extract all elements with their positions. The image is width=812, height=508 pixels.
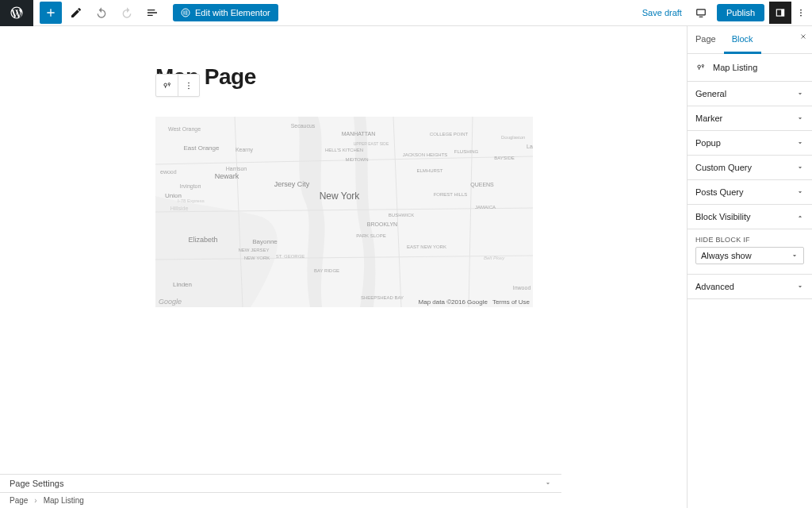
edit-with-elementor-button[interactable]: Edit with Elementor (173, 4, 278, 21)
panel-posts-query-label: Posts Query (695, 187, 744, 197)
kebab-icon (795, 7, 806, 18)
settings-sidebar-toggle[interactable] (769, 2, 791, 24)
svg-rect-2 (186, 11, 188, 12)
panel-advanced[interactable]: Advanced (688, 275, 812, 299)
map-attribution: Map data ©2016 Google Terms of Use (419, 298, 530, 306)
svg-rect-5 (697, 10, 706, 15)
svg-text:MIDTOWN: MIDTOWN (345, 157, 368, 162)
svg-text:Elizabeth: Elizabeth (188, 236, 217, 244)
panel-posts-query[interactable]: Posts Query (688, 180, 812, 205)
svg-rect-1 (184, 11, 185, 15)
breadcrumb-root[interactable]: Page (10, 496, 28, 505)
map-preview: New York MANHATTAN BROOKLYN QUEENS Jerse… (155, 117, 533, 307)
svg-text:New York: New York (320, 190, 361, 202)
svg-point-8 (800, 10, 802, 11)
elementor-button-label: Edit with Elementor (195, 8, 270, 17)
svg-text:Inwood: Inwood (513, 285, 531, 291)
svg-text:FOREST HILLS: FOREST HILLS (434, 192, 468, 197)
elementor-icon (181, 8, 190, 17)
page-settings-bar[interactable]: Page Settings (0, 474, 561, 492)
block-more-button[interactable] (178, 75, 199, 96)
svg-point-54 (168, 83, 170, 84)
svg-point-56 (188, 85, 190, 87)
panel-marker[interactable]: Marker (688, 106, 812, 131)
panel-custom-query[interactable]: Custom Query (688, 156, 812, 180)
kebab-icon (183, 80, 194, 91)
svg-text:Kearny: Kearny (236, 147, 254, 153)
svg-text:QUEENS: QUEENS (470, 182, 494, 188)
panel-marker-label: Marker (695, 114, 722, 123)
svg-point-10 (800, 15, 802, 17)
panel-block-visibility-label: Block Visibility (695, 212, 751, 221)
svg-text:East Orange: East Orange (184, 144, 220, 152)
svg-text:HELL'S KITCHEN: HELL'S KITCHEN (325, 148, 363, 152)
wordpress-logo-button[interactable] (0, 0, 33, 26)
svg-text:Irvington: Irvington (180, 183, 201, 190)
svg-text:Douglaston: Douglaston (501, 135, 525, 140)
chevron-down-icon (796, 139, 804, 147)
tab-page[interactable]: Page (688, 26, 724, 53)
breadcrumb-leaf[interactable]: Map Listing (44, 496, 84, 505)
svg-text:ELMHURST: ELMHURST (416, 168, 442, 173)
block-type-label: Map Listing (713, 63, 757, 72)
svg-text:COLLEGE POINT: COLLEGE POINT (430, 132, 469, 137)
map-listing-block[interactable]: New York MANHATTAN BROOKLYN QUEENS Jerse… (155, 117, 533, 307)
desktop-icon (695, 7, 707, 18)
publish-button[interactable]: Publish (717, 4, 764, 21)
svg-text:ST. GEORGE: ST. GEORGE (276, 254, 305, 259)
sidebar-icon (775, 7, 786, 18)
svg-rect-3 (186, 13, 188, 13)
preview-button[interactable] (690, 2, 712, 24)
close-icon (799, 33, 807, 40)
svg-text:BAYSIDE: BAYSIDE (494, 156, 515, 160)
editor-canvas-area: Map Page (0, 26, 687, 508)
panel-general[interactable]: General (688, 82, 812, 106)
chevron-down-icon (796, 164, 804, 171)
svg-text:EAST NEW YORK: EAST NEW YORK (407, 244, 446, 249)
svg-text:NEW JERSEY: NEW JERSEY (238, 248, 269, 252)
map-attr-data: Map data ©2016 Google (419, 298, 488, 306)
svg-text:Lak: Lak (527, 144, 533, 149)
undo-button[interactable] (90, 2, 113, 24)
svg-text:Secaucus: Secaucus (291, 123, 316, 129)
tab-block[interactable]: Block (724, 26, 761, 54)
add-block-button[interactable] (40, 2, 62, 24)
svg-text:BROOKLYN: BROOKLYN (367, 221, 397, 227)
more-options-button[interactable] (793, 2, 809, 24)
map-listing-icon (695, 62, 707, 73)
hide-block-if-select[interactable]: Always show (695, 247, 804, 264)
editor-topbar: Edit with Elementor Save draft Publish (0, 0, 812, 26)
chevron-down-icon (791, 252, 799, 260)
page-title[interactable]: Map Page (155, 64, 533, 90)
svg-point-57 (188, 87, 190, 89)
panel-general-label: General (695, 89, 726, 98)
chevron-down-icon (544, 479, 552, 487)
chevron-up-icon (796, 213, 804, 221)
svg-point-55 (188, 82, 190, 83)
document-overview-button[interactable] (141, 2, 163, 24)
svg-rect-7 (781, 10, 784, 16)
chevron-down-icon (796, 283, 804, 291)
chevron-down-icon (796, 90, 804, 98)
svg-text:PARK SLOPE: PARK SLOPE (356, 233, 386, 238)
svg-text:Harrison: Harrison (226, 166, 247, 171)
svg-text:NEW YORK: NEW YORK (244, 256, 270, 260)
close-sidebar-button[interactable] (799, 33, 807, 42)
panel-popup[interactable]: Popup (688, 131, 812, 156)
svg-text:JACKSON HEIGHTS: JACKSON HEIGHTS (403, 152, 448, 157)
panel-block-visibility[interactable]: Block Visibility (688, 205, 812, 229)
edit-mode-button[interactable] (65, 2, 87, 24)
svg-text:Linden: Linden (173, 281, 192, 288)
map-attr-terms[interactable]: Terms of Use (492, 298, 530, 306)
save-draft-button[interactable]: Save draft (642, 8, 682, 17)
block-type-button[interactable] (156, 75, 178, 96)
svg-text:FLUSHING: FLUSHING (454, 149, 479, 154)
map-google-logo: Google (159, 298, 182, 306)
wordpress-icon (10, 6, 24, 20)
svg-point-59 (702, 65, 703, 67)
settings-sidebar: Page Block Map Listing General Marker Po… (687, 26, 812, 508)
undo-icon (95, 6, 108, 19)
svg-text:Hillside: Hillside (170, 206, 189, 211)
svg-text:JAMAICA: JAMAICA (475, 205, 496, 210)
redo-button[interactable] (116, 2, 138, 24)
